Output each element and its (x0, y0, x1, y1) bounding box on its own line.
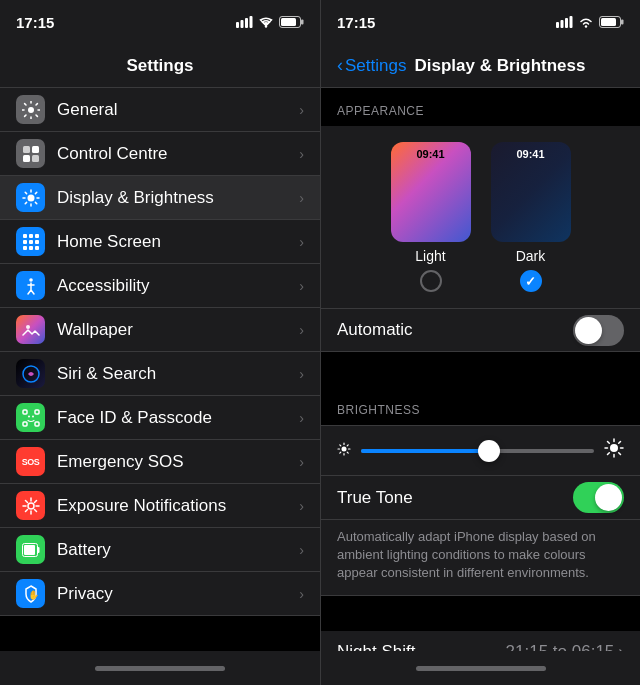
control-centre-chevron: › (299, 146, 304, 162)
wallpaper-chevron: › (299, 322, 304, 338)
right-bottom-bar (321, 651, 640, 685)
settings-list: General › Control Centre › Display & Bri… (0, 88, 320, 651)
wallpaper-icon (16, 315, 45, 344)
svg-point-32 (28, 503, 34, 509)
general-icon (16, 95, 45, 124)
svg-rect-1 (241, 20, 244, 28)
status-time-left: 17:15 (16, 14, 54, 31)
light-preview: 09:41 (391, 142, 471, 242)
svg-point-13 (27, 194, 34, 201)
svg-point-30 (28, 415, 30, 417)
settings-item-home-screen[interactable]: Home Screen › (0, 220, 320, 264)
svg-rect-29 (35, 422, 39, 426)
svg-point-43 (585, 25, 587, 27)
svg-rect-34 (37, 547, 39, 553)
back-chevron-icon: ‹ (337, 55, 343, 76)
face-id-chevron: › (299, 410, 304, 426)
true-tone-label: True Tone (337, 488, 413, 508)
svg-rect-26 (23, 410, 27, 414)
wifi-icon-right (578, 16, 594, 28)
svg-rect-45 (621, 20, 624, 25)
light-radio[interactable] (420, 270, 442, 292)
dark-radio[interactable]: ✓ (520, 270, 542, 292)
display-brightness-chevron: › (299, 190, 304, 206)
checkmark-icon: ✓ (525, 274, 536, 289)
status-bar-right: 17:15 (321, 0, 640, 44)
back-button[interactable]: ‹ Settings (337, 55, 406, 76)
display-brightness-label: Display & Brightness (57, 188, 299, 208)
svg-rect-22 (35, 246, 39, 250)
slider-fill (361, 449, 489, 453)
left-nav-title: Settings (126, 56, 193, 76)
automatic-toggle-thumb (575, 317, 602, 344)
section-divider (0, 616, 320, 651)
automatic-toggle[interactable] (573, 315, 624, 346)
brightness-section (321, 425, 640, 476)
battery-icon (16, 535, 45, 564)
svg-point-4 (265, 25, 267, 27)
settings-item-control-centre[interactable]: Control Centre › (0, 132, 320, 176)
svg-rect-3 (250, 16, 253, 28)
dark-label: Dark (516, 248, 546, 264)
settings-item-face-id[interactable]: Face ID & Passcode › (0, 396, 320, 440)
brightness-slider[interactable] (361, 449, 594, 453)
left-nav-title-bar: Settings (0, 44, 320, 88)
status-time-right: 17:15 (337, 14, 375, 31)
appearance-light-option[interactable]: 09:41 Light (391, 142, 471, 292)
night-shift-label: Night Shift (337, 642, 415, 651)
signal-icon (236, 16, 253, 28)
slider-thumb[interactable] (478, 440, 500, 462)
appearance-section: 09:41 Light 09:41 Dark ✓ (321, 126, 640, 308)
svg-rect-39 (556, 22, 559, 28)
light-preview-time: 09:41 (416, 148, 444, 160)
right-nav-bar: ‹ Settings Display & Brightness (321, 44, 640, 88)
settings-item-emergency-sos[interactable]: SOS Emergency SOS › (0, 440, 320, 484)
brightness-low-icon (337, 442, 351, 459)
svg-rect-10 (32, 146, 39, 153)
face-id-label: Face ID & Passcode (57, 408, 299, 428)
dark-preview: 09:41 (491, 142, 571, 242)
settings-item-battery[interactable]: Battery › (0, 528, 320, 572)
svg-rect-2 (245, 18, 248, 28)
brightness-row (337, 438, 624, 463)
svg-rect-11 (23, 155, 30, 162)
face-id-icon (16, 403, 45, 432)
accessibility-icon (16, 271, 45, 300)
status-icons-right (556, 16, 624, 28)
settings-item-display-brightness[interactable]: Display & Brightness › (0, 176, 320, 220)
emergency-sos-icon: SOS (16, 447, 45, 476)
svg-rect-14 (23, 234, 27, 238)
battery-chevron: › (299, 542, 304, 558)
settings-item-exposure[interactable]: Exposure Notifications › (0, 484, 320, 528)
svg-rect-27 (35, 410, 39, 414)
night-shift-row[interactable]: Night Shift 21:15 to 06:15 › (321, 631, 640, 651)
right-content: APPEARANCE 09:41 Light 09:41 Dark ✓ (321, 88, 640, 651)
true-tone-desc: Automatically adapt iPhone display based… (321, 520, 640, 596)
status-bar-left: 17:15 (0, 0, 320, 44)
privacy-chevron: › (299, 586, 304, 602)
settings-item-accessibility[interactable]: Accessibility › (0, 264, 320, 308)
svg-rect-40 (561, 20, 564, 28)
signal-icon-right (556, 16, 573, 28)
gap1 (321, 352, 640, 387)
true-tone-toggle[interactable] (573, 482, 624, 513)
settings-item-wallpaper[interactable]: Wallpaper › (0, 308, 320, 352)
battery-icon-left (279, 16, 304, 28)
svg-rect-20 (23, 246, 27, 250)
svg-rect-12 (32, 155, 39, 162)
true-tone-row: True Tone (321, 476, 640, 520)
appearance-dark-option[interactable]: 09:41 Dark ✓ (491, 142, 571, 292)
right-home-indicator (416, 666, 546, 671)
appearance-header: APPEARANCE (321, 88, 640, 126)
settings-item-privacy[interactable]: ✋ Privacy › (0, 572, 320, 616)
home-screen-label: Home Screen (57, 232, 299, 252)
accessibility-label: Accessibility (57, 276, 299, 296)
night-shift-value: 21:15 to 06:15 › (506, 642, 624, 651)
right-panel: 17:15 ‹ Settings Display (320, 0, 640, 685)
settings-item-general[interactable]: General › (0, 88, 320, 132)
svg-point-8 (28, 107, 34, 113)
home-screen-chevron: › (299, 234, 304, 250)
left-bottom-bar (0, 651, 320, 685)
settings-item-siri-search[interactable]: Siri & Search › (0, 352, 320, 396)
emergency-sos-chevron: › (299, 454, 304, 470)
